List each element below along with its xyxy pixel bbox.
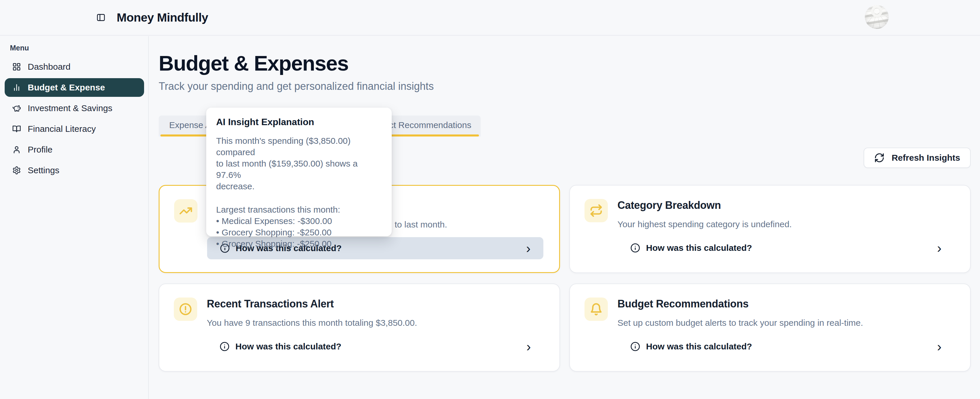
refresh-insights-label: Refresh Insights xyxy=(892,153,960,163)
chevron-right-icon: › xyxy=(526,242,531,255)
bell-icon xyxy=(584,297,608,321)
tooltip-list-item: • Grocery Shopping: -$250.00 xyxy=(216,238,382,250)
sidebar-item-label: Settings xyxy=(28,165,59,175)
how-calculated-link[interactable]: How was this calculated? › xyxy=(617,335,955,358)
tooltip-transactions-list: Largest transactions this month: • Medic… xyxy=(216,204,382,250)
card-category-breakdown: Category Breakdown Your highest spending… xyxy=(570,185,970,273)
refresh-icon xyxy=(874,153,885,163)
alert-circle-icon xyxy=(174,297,197,321)
card-description: You have 9 transactions this month total… xyxy=(207,317,544,328)
chevron-right-icon: › xyxy=(527,340,531,353)
sidebar-item-investment-savings[interactable]: Investment & Savings xyxy=(5,99,144,118)
panel-left-icon xyxy=(96,13,106,22)
sidebar-item-label: Investment & Savings xyxy=(28,103,112,113)
info-icon xyxy=(220,342,229,351)
trending-up-icon xyxy=(174,199,197,223)
sidebar-item-label: Dashboard xyxy=(28,62,71,72)
chevron-right-icon: › xyxy=(937,241,942,254)
piggy-bank-icon xyxy=(12,104,21,113)
card-budget-recommendations: Budget Recommendations Set up custom bud… xyxy=(570,283,970,372)
how-calculated-label: How was this calculated? xyxy=(646,342,931,351)
tooltip-list-item: • Grocery Shopping: -$250.00 xyxy=(216,227,382,238)
sidebar: Menu Dashboard Budget & Expense Investme… xyxy=(0,36,149,399)
dashboard-icon xyxy=(12,62,21,71)
chevron-right-icon: › xyxy=(937,340,942,353)
how-calculated-label: How was this calculated? xyxy=(235,342,520,351)
sidebar-item-label: Financial Literacy xyxy=(28,124,95,134)
tooltip-paragraph: This month's spending ($3,850.00) compar… xyxy=(216,135,382,192)
info-icon xyxy=(630,342,640,351)
sidebar-item-label: Budget & Expense xyxy=(28,83,105,92)
info-icon xyxy=(630,243,640,253)
refresh-insights-button[interactable]: Refresh Insights xyxy=(864,148,970,168)
tooltip-title: AI Insight Explanation xyxy=(216,116,382,127)
user-icon xyxy=(12,145,21,154)
app-header: Money Mindfully xyxy=(0,0,980,36)
tooltip-line: This month's spending ($3,850.00) compar… xyxy=(216,135,382,158)
sidebar-item-budget-expense[interactable]: Budget & Expense xyxy=(5,78,144,97)
tooltip-line: to last month ($159,350.00) shows a 97.6… xyxy=(216,158,382,181)
tooltip-list-item: • Medical Expenses: -$300.00 xyxy=(216,215,382,227)
tooltip-line: decrease. xyxy=(216,181,382,192)
how-calculated-link[interactable]: How was this calculated? › xyxy=(207,335,544,358)
ai-insight-tooltip: AI Insight Explanation This month's spen… xyxy=(206,108,392,236)
repeat-icon xyxy=(584,199,608,222)
bar-chart-icon xyxy=(12,83,21,92)
card-title: Recent Transactions Alert xyxy=(207,297,544,310)
how-calculated-label: How was this calculated? xyxy=(646,243,931,253)
user-avatar[interactable] xyxy=(865,5,889,29)
gear-icon xyxy=(12,166,21,175)
app-title: Money Mindfully xyxy=(117,11,208,24)
page-title: Budget & Expenses xyxy=(159,51,970,76)
sidebar-item-profile[interactable]: Profile xyxy=(5,140,144,159)
sidebar-item-dashboard[interactable]: Dashboard xyxy=(5,57,144,76)
sidebar-item-settings[interactable]: Settings xyxy=(5,161,144,180)
sidebar-item-financial-literacy[interactable]: Financial Literacy xyxy=(5,119,144,138)
tooltip-list-header: Largest transactions this month: xyxy=(216,204,382,215)
card-description: Your highest spending category is undefi… xyxy=(617,219,955,230)
sidebar-item-label: Profile xyxy=(28,145,52,154)
sidebar-toggle-button[interactable] xyxy=(94,11,108,24)
card-description: Set up custom budget alerts to track you… xyxy=(617,317,955,328)
sidebar-menu-label: Menu xyxy=(10,44,148,52)
card-recent-transactions: Recent Transactions Alert You have 9 tra… xyxy=(159,283,560,372)
card-title: Budget Recommendations xyxy=(617,297,955,310)
how-calculated-link[interactable]: How was this calculated? › xyxy=(617,237,955,259)
book-open-icon xyxy=(12,124,21,133)
page-subtitle: Track your spending and get personalized… xyxy=(159,80,970,93)
card-title: Category Breakdown xyxy=(617,199,955,212)
